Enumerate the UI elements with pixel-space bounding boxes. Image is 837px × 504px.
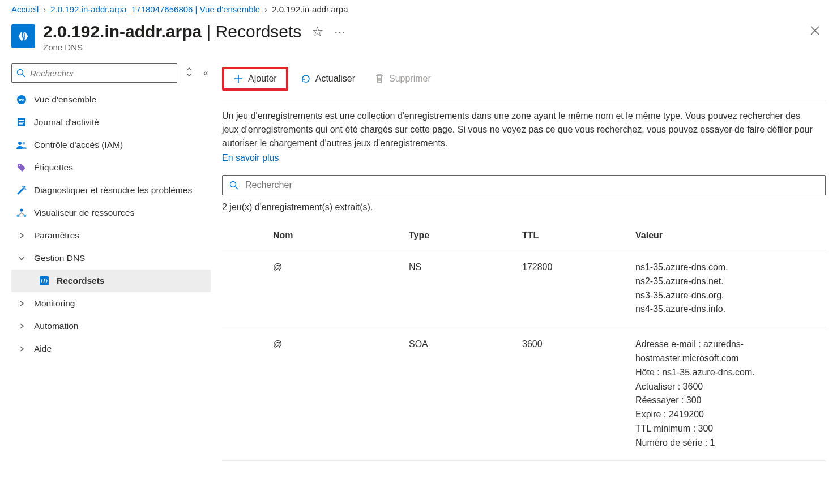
command-bar: Ajouter Actualiser Supprimer [222, 63, 826, 101]
col-header-name[interactable]: Nom [267, 221, 403, 250]
cell-value: ns1-35.azure-dns.com.ns2-35.azure-dns.ne… [630, 250, 826, 327]
svg-rect-6 [19, 122, 24, 123]
main-content: Ajouter Actualiser Supprimer Un jeu d'en… [215, 63, 837, 494]
highlight-add-button: Ajouter [222, 67, 288, 91]
svg-rect-7 [19, 123, 23, 125]
add-button[interactable]: Ajouter [227, 70, 284, 87]
sidebar: « DNS Vue d'ensemble Journal d'activité … [0, 63, 215, 494]
chevron-right-icon [16, 301, 27, 306]
sidebar-group-automation[interactable]: Automation [11, 315, 211, 338]
plus-icon [233, 74, 244, 84]
page-title: 2.0.192.in-addr.arpa | Recordsets [43, 22, 301, 41]
chevron-right-icon [16, 346, 27, 352]
recordset-search-input[interactable] [245, 180, 818, 190]
recordsets-icon [39, 276, 50, 285]
cell-name: @ [267, 327, 403, 460]
delete-button: Supprimer [368, 70, 438, 87]
sidebar-group-settings[interactable]: Paramètres [11, 224, 211, 247]
svg-line-16 [236, 187, 238, 190]
people-icon [16, 140, 27, 150]
cell-type: NS [403, 250, 516, 327]
close-blade-button[interactable] [804, 22, 826, 42]
diagnose-icon [16, 185, 27, 195]
favorite-star-icon[interactable]: ☆ [311, 24, 324, 40]
cell-ttl: 3600 [516, 327, 630, 460]
result-count: 2 jeu(x) d'enregistrement(s) extrait(s). [222, 195, 826, 216]
chevron-right-icon [16, 323, 27, 329]
page-subtitle: Zone DNS [43, 42, 804, 52]
svg-rect-5 [19, 120, 24, 121]
sidebar-nav: DNS Vue d'ensemble Journal d'activité Co… [11, 88, 211, 360]
learn-more-link[interactable]: En savoir plus [222, 151, 279, 165]
page-header: 2.0.192.in-addr.arpa | Recordsets ☆ ⋯ Zo… [0, 19, 837, 63]
dns-zone-icon [11, 24, 35, 48]
chevron-right-icon: › [264, 5, 267, 14]
cell-ttl: 172800 [516, 250, 630, 327]
search-icon [16, 69, 25, 78]
sidebar-item-diagnose[interactable]: Diagnostiquer et résoudre les problèmes [11, 179, 211, 202]
sidebar-item-overview[interactable]: DNS Vue d'ensemble [11, 88, 211, 111]
sidebar-item-tags[interactable]: Étiquettes [11, 156, 211, 179]
search-icon [229, 181, 238, 190]
col-header-type[interactable]: Type [403, 221, 516, 250]
cell-type: SOA [403, 327, 516, 460]
col-header-ttl[interactable]: TTL [516, 221, 630, 250]
col-header-value[interactable]: Valeur [630, 221, 826, 250]
svg-point-8 [18, 142, 22, 145]
globe-icon: DNS [16, 95, 27, 105]
more-actions-icon[interactable]: ⋯ [334, 25, 347, 39]
breadcrumb-home[interactable]: Accueil [11, 5, 39, 14]
svg-point-10 [19, 165, 20, 166]
recordsets-table: Nom Type TTL Valeur @NS172800ns1-35.azur… [222, 221, 826, 461]
sidebar-group-dns-management[interactable]: Gestion DNS [11, 247, 211, 270]
svg-point-9 [23, 142, 25, 145]
sidebar-item-recordsets[interactable]: Recordsets [11, 270, 211, 292]
svg-text:DNS: DNS [18, 98, 26, 102]
breadcrumb-current[interactable]: 2.0.192.in-addr.arpa [272, 5, 348, 14]
chevron-right-icon [16, 233, 27, 238]
sidebar-group-help[interactable]: Aide [11, 338, 211, 360]
sidebar-search[interactable] [11, 63, 177, 83]
table-header-row: Nom Type TTL Valeur [222, 221, 826, 250]
table-row[interactable]: @SOA3600Adresse e-mail : azuredns-hostma… [222, 327, 826, 460]
cell-name: @ [267, 250, 403, 327]
svg-line-1 [23, 75, 25, 78]
breadcrumb: Accueil › 2.0.192.in-addr.arpa_171804765… [0, 0, 837, 19]
expand-collapse-icon[interactable] [183, 66, 195, 80]
refresh-button[interactable]: Actualiser [294, 70, 362, 87]
sidebar-item-iam[interactable]: Contrôle d'accès (IAM) [11, 134, 211, 156]
activity-log-icon [16, 118, 27, 127]
svg-point-15 [230, 182, 236, 187]
tag-icon [16, 163, 27, 172]
collapse-sidebar-icon[interactable]: « [201, 67, 211, 79]
svg-point-0 [18, 70, 23, 75]
breadcrumb-parent[interactable]: 2.0.192.in-addr.arpa_1718047656806 | Vue… [50, 5, 260, 14]
table-row[interactable]: @NS172800ns1-35.azure-dns.com.ns2-35.azu… [222, 250, 826, 327]
refresh-icon [301, 74, 311, 84]
trash-icon [374, 74, 385, 84]
info-text: Un jeu d'enregistrements est une collect… [222, 101, 817, 167]
chevron-down-icon [16, 255, 27, 261]
sidebar-item-resource-visualizer[interactable]: Visualiseur de ressources [11, 202, 211, 224]
sidebar-search-input[interactable] [30, 69, 172, 78]
sidebar-item-activity-log[interactable]: Journal d'activité [11, 111, 211, 134]
chevron-right-icon: › [43, 5, 46, 14]
svg-point-11 [20, 209, 23, 212]
sidebar-group-monitoring[interactable]: Monitoring [11, 292, 211, 315]
cell-value: Adresse e-mail : azuredns-hostmaster.mic… [630, 327, 826, 460]
recordset-search[interactable] [222, 175, 826, 195]
resource-visualizer-icon [16, 208, 27, 217]
